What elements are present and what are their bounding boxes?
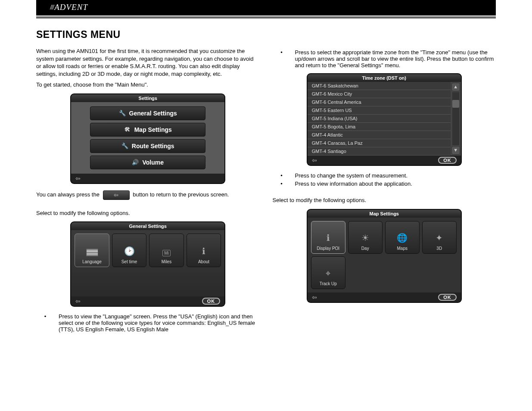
timezone-row[interactable]: GMT-4 Caracas, La Paz bbox=[308, 139, 451, 147]
flag-icon bbox=[86, 249, 98, 256]
map-settings-screen: Map Settings ℹ Display POI ☀ Day 🌐 bbox=[307, 209, 461, 302]
timezone-row[interactable]: GMT-4 Atlantic bbox=[308, 131, 451, 139]
ok-button[interactable]: OK bbox=[438, 157, 457, 164]
timezone-row[interactable]: GMT-6 Central America bbox=[308, 98, 451, 106]
timezone-row[interactable]: GMT-5 Bogota, Lima bbox=[308, 123, 451, 131]
brand-logo: ///ADVENT bbox=[50, 3, 88, 12]
general-settings-heading: Select to modify the following options. bbox=[36, 209, 260, 217]
map-settings-heading: Select to modify the following options. bbox=[273, 196, 496, 204]
timezone-screen: Time zone (DST on) GMT-6 Saskatchewan GM… bbox=[307, 74, 461, 165]
track-up-tile[interactable]: ⌖ Track Up bbox=[311, 256, 345, 289]
timezone-row[interactable]: GMT-4 Santiago bbox=[308, 147, 451, 156]
3d-tile[interactable]: ✦ 3D bbox=[422, 221, 457, 254]
header-underline bbox=[36, 16, 496, 19]
about-bullet: Press to view information about the appl… bbox=[295, 181, 496, 187]
map-settings-screen-title: Map Settings bbox=[308, 210, 461, 218]
globe-icon: 🌐 bbox=[397, 233, 408, 243]
inline-back-button: ⇦ bbox=[103, 190, 130, 200]
volume-button[interactable]: 🔊 Volume bbox=[90, 156, 205, 169]
header-bar: ///ADVENT bbox=[36, 0, 496, 16]
bullet-dot: • bbox=[280, 49, 283, 68]
back-icon[interactable]: ⇦ bbox=[312, 157, 317, 164]
poi-icon: ℹ bbox=[327, 233, 330, 243]
wrench-icon: 🛠 bbox=[124, 126, 131, 133]
sign-icon: Mi bbox=[162, 250, 171, 256]
wrench-icon: 🔧 bbox=[119, 110, 126, 117]
info-icon: ℹ bbox=[202, 246, 205, 256]
timezone-row[interactable]: GMT-5 Indiana (USA) bbox=[308, 115, 451, 123]
intro-text: When using the AMN101 for the first time… bbox=[36, 47, 260, 78]
settings-screen: Settings 🔧 General Settings 🛠 Map Settin… bbox=[71, 94, 225, 184]
map-settings-button[interactable]: 🛠 Map Settings bbox=[90, 123, 205, 137]
maps-tile[interactable]: 🌐 Maps bbox=[385, 221, 420, 254]
language-bullet: Press to view the "Language" screen. Pre… bbox=[59, 313, 260, 333]
settings-screen-title: Settings bbox=[71, 94, 224, 102]
ok-button[interactable]: OK bbox=[438, 294, 457, 301]
back-icon[interactable]: ⇦ bbox=[312, 294, 317, 301]
timezone-row[interactable]: GMT-6 Mexico City bbox=[308, 90, 451, 98]
back-icon[interactable]: ⇦ bbox=[75, 298, 81, 305]
timezone-row[interactable]: GMT-5 Eastern US bbox=[308, 106, 451, 115]
about-tile[interactable]: ℹ About bbox=[187, 234, 221, 267]
back-button-text: You can always press the ⇦ button to ret… bbox=[36, 190, 260, 200]
clock-icon: 🕑 bbox=[124, 246, 135, 256]
timezone-row[interactable]: GMT-6 Saskatchewan bbox=[308, 82, 451, 90]
scroll-up-icon[interactable]: ▲ bbox=[451, 83, 460, 91]
route-settings-button[interactable]: 🔧 Route Settings bbox=[90, 139, 205, 153]
miles-tile[interactable]: Mi Miles bbox=[149, 234, 184, 267]
set-time-tile[interactable]: 🕑 Set time bbox=[112, 234, 147, 267]
timezone-screen-title: Time zone (DST on) bbox=[308, 74, 461, 82]
general-settings-button[interactable]: 🔧 General Settings bbox=[90, 106, 205, 120]
wrench-icon: 🔧 bbox=[121, 143, 128, 149]
day-tile[interactable]: ☀ Day bbox=[348, 221, 383, 254]
display-poi-tile[interactable]: ℹ Display POI bbox=[311, 221, 345, 254]
scroll-down-icon[interactable]: ▼ bbox=[451, 146, 460, 155]
crosshair-icon: ⌖ bbox=[326, 268, 330, 278]
general-settings-screen-title: General Settings bbox=[71, 222, 224, 230]
language-tile[interactable]: Language bbox=[75, 234, 109, 267]
scroll-thumb[interactable] bbox=[452, 100, 459, 108]
general-settings-screen: General Settings Language 🕑 Set time bbox=[71, 222, 225, 306]
timezone-bullet: Press to select the appropriate time zon… bbox=[295, 49, 496, 68]
bullet-dot: • bbox=[44, 313, 47, 333]
bullet-dot: • bbox=[280, 181, 283, 187]
bullet-dot: • bbox=[280, 172, 283, 179]
getting-started-text: To get started, choose from the "Main Me… bbox=[36, 81, 260, 89]
back-icon[interactable]: ⇦ bbox=[75, 175, 81, 182]
sun-icon: ☀ bbox=[361, 233, 369, 243]
compass-icon: ✦ bbox=[436, 233, 443, 243]
ok-button[interactable]: OK bbox=[202, 298, 221, 305]
speaker-icon: 🔊 bbox=[132, 159, 139, 166]
scrollbar[interactable]: ▲ ▼ bbox=[451, 82, 461, 156]
measurement-bullet: Press to change the system of measuremen… bbox=[295, 172, 496, 179]
page-title: SETTINGS MENU bbox=[36, 29, 496, 40]
